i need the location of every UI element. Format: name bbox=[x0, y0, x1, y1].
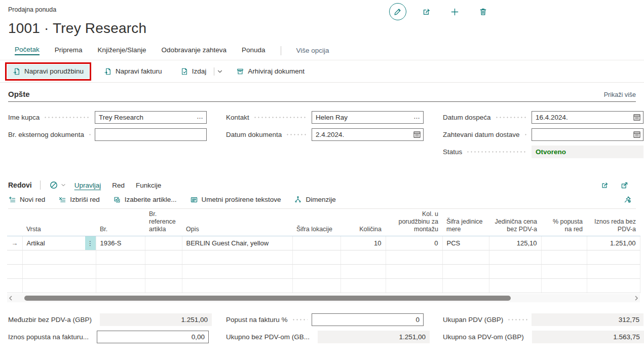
column-header-iznos-reda[interactable]: Iznos reda bez PDV-a bbox=[587, 209, 640, 236]
cell-kolicina[interactable]: 10 bbox=[340, 236, 386, 250]
external-document-no-input[interactable] bbox=[95, 128, 207, 141]
empty-cell[interactable] bbox=[182, 279, 292, 293]
empty-cell[interactable] bbox=[386, 265, 442, 279]
column-header-vrsta[interactable]: Vrsta bbox=[22, 209, 96, 236]
breadcrumb[interactable]: Prodajna ponuda bbox=[0, 6, 644, 13]
column-header-br-reference[interactable]: Br. reference artikla bbox=[145, 209, 182, 236]
delete-line-button[interactable]: Izbriši red bbox=[58, 196, 100, 204]
column-header-opis[interactable]: Opis bbox=[182, 209, 292, 236]
cell-br[interactable]: 1936-S bbox=[96, 236, 145, 250]
empty-cell[interactable] bbox=[442, 279, 489, 293]
empty-cell[interactable] bbox=[292, 279, 340, 293]
lines-popout-button[interactable] bbox=[620, 181, 629, 190]
empty-cell[interactable] bbox=[145, 279, 182, 293]
calendar-icon[interactable] bbox=[633, 113, 641, 121]
invoice-discount-amount-input[interactable] bbox=[97, 331, 209, 343]
column-header-sifra-jedinice[interactable]: Šifra jedinice mere bbox=[442, 209, 489, 236]
empty-cell[interactable] bbox=[7, 279, 22, 293]
column-header-popust-na-red[interactable]: % popusta na red bbox=[541, 209, 587, 236]
empty-cell[interactable] bbox=[96, 279, 145, 293]
cell-br-reference[interactable] bbox=[145, 236, 182, 250]
lines-menu-red[interactable]: Red bbox=[112, 182, 125, 189]
empty-cell[interactable] bbox=[182, 265, 292, 279]
empty-cell[interactable] bbox=[442, 265, 489, 279]
empty-cell[interactable] bbox=[489, 250, 541, 265]
cell-sifra-lokacije[interactable] bbox=[292, 236, 340, 250]
empty-cell[interactable] bbox=[7, 250, 22, 265]
lines-menu-funkcije[interactable]: Funkcije bbox=[136, 182, 161, 189]
scroll-right-arrow-icon[interactable] bbox=[633, 294, 640, 302]
empty-cell[interactable] bbox=[145, 250, 182, 265]
cell-opis[interactable]: BERLIN Guest Chair, yellow bbox=[182, 236, 292, 250]
make-invoice-button[interactable]: Napravi fakturu bbox=[98, 64, 168, 79]
new-button[interactable] bbox=[446, 3, 463, 20]
requested-delivery-date-input[interactable] bbox=[532, 128, 643, 141]
show-more-link[interactable]: Prikaži više bbox=[604, 91, 636, 98]
insert-extended-texts-button[interactable]: Umetni proširene tekstove bbox=[190, 196, 281, 204]
empty-cell[interactable] bbox=[22, 279, 96, 293]
empty-cell[interactable] bbox=[182, 250, 292, 265]
dimensions-button[interactable]: Dimenzije bbox=[294, 196, 335, 204]
calendar-icon[interactable] bbox=[633, 130, 641, 138]
lines-menu-button[interactable] bbox=[49, 180, 66, 190]
contact-input[interactable] bbox=[312, 111, 424, 124]
tab-odobravanje-zahteva[interactable]: Odobravanje zahteva bbox=[162, 46, 226, 55]
tab-priprema[interactable]: Priprema bbox=[55, 46, 83, 55]
empty-cell[interactable] bbox=[489, 279, 541, 293]
empty-cell[interactable] bbox=[340, 250, 386, 265]
empty-cell[interactable] bbox=[442, 250, 489, 265]
cell-popust-na-red[interactable] bbox=[541, 236, 587, 250]
empty-cell[interactable] bbox=[96, 265, 145, 279]
more-options-button[interactable]: Više opcija bbox=[296, 47, 329, 54]
empty-cell[interactable] bbox=[292, 265, 340, 279]
document-date-input[interactable] bbox=[312, 128, 424, 141]
tab-ponuda[interactable]: Ponuda bbox=[242, 46, 266, 55]
lookup-ellipsis-icon[interactable]: … bbox=[413, 113, 421, 120]
empty-cell[interactable] bbox=[541, 279, 587, 293]
empty-cell[interactable] bbox=[587, 250, 640, 265]
empty-cell[interactable] bbox=[7, 265, 22, 279]
issue-dropdown-chevron-icon[interactable] bbox=[216, 68, 223, 75]
tab-knjizenje-slanje[interactable]: Knjiženje/Slanje bbox=[98, 46, 146, 55]
row-menu-button[interactable]: ⋮ bbox=[85, 236, 96, 250]
empty-cell[interactable] bbox=[145, 265, 182, 279]
empty-cell[interactable] bbox=[292, 250, 340, 265]
column-header-sifra-lokacije[interactable]: Šifra lokacije bbox=[292, 209, 340, 236]
empty-cell[interactable] bbox=[340, 279, 386, 293]
lines-menu-upravljaj[interactable]: Upravljaj bbox=[74, 182, 101, 189]
archive-document-button[interactable]: Arhiviraj dokument bbox=[231, 64, 310, 79]
lookup-ellipsis-icon[interactable]: … bbox=[197, 113, 204, 120]
cell-jedinicna-cena[interactable]: 125,10 bbox=[489, 236, 541, 250]
scrollbar-thumb[interactable] bbox=[24, 296, 511, 301]
calendar-icon[interactable] bbox=[413, 130, 421, 138]
empty-cell[interactable] bbox=[489, 265, 541, 279]
lines-share-button[interactable] bbox=[600, 181, 609, 190]
cell-iznos-reda[interactable]: 1.251,00 bbox=[587, 236, 640, 250]
column-header-kol-u-porudzbinu[interactable]: Kol. u porudžbinu za montažu bbox=[386, 209, 442, 236]
unpin-button[interactable] bbox=[623, 195, 632, 204]
delete-button[interactable] bbox=[474, 3, 491, 20]
edit-button[interactable] bbox=[389, 3, 406, 20]
empty-cell[interactable] bbox=[541, 265, 587, 279]
customer-name-input[interactable] bbox=[95, 111, 207, 124]
make-order-button[interactable]: Napravi porudžbinu bbox=[7, 64, 89, 79]
empty-cell[interactable] bbox=[587, 279, 640, 293]
issue-button[interactable]: Izdaj bbox=[175, 64, 212, 79]
empty-cell[interactable] bbox=[22, 250, 96, 265]
select-items-button[interactable]: Izaberite artikle... bbox=[113, 196, 177, 204]
column-header-jedinicna-cena[interactable]: Jedinična cena bez PDV-a bbox=[489, 209, 541, 236]
empty-cell[interactable] bbox=[340, 265, 386, 279]
empty-cell[interactable] bbox=[587, 265, 640, 279]
scroll-left-arrow-icon[interactable] bbox=[7, 294, 14, 302]
due-date-input[interactable] bbox=[532, 111, 643, 124]
invoice-discount-percent-input[interactable] bbox=[312, 313, 424, 326]
share-button[interactable] bbox=[418, 3, 435, 20]
empty-cell[interactable] bbox=[386, 250, 442, 265]
tab-pocetak[interactable]: Početak bbox=[15, 46, 40, 55]
empty-cell[interactable] bbox=[541, 250, 587, 265]
column-header-kolicina[interactable]: Količina bbox=[340, 209, 386, 236]
scrollbar-track[interactable] bbox=[14, 294, 633, 302]
new-line-button[interactable]: Novi red bbox=[8, 196, 45, 204]
empty-cell[interactable] bbox=[22, 265, 96, 279]
cell-sifra-jedinice[interactable]: PCS bbox=[442, 236, 489, 250]
